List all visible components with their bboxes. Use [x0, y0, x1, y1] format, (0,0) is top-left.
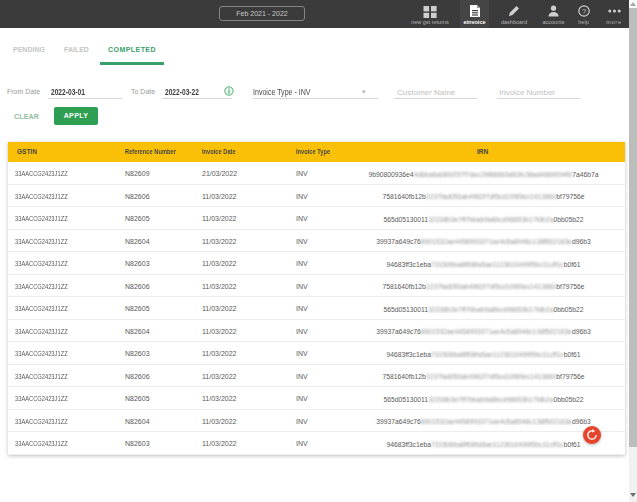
svg-text:?: ? [581, 6, 585, 15]
